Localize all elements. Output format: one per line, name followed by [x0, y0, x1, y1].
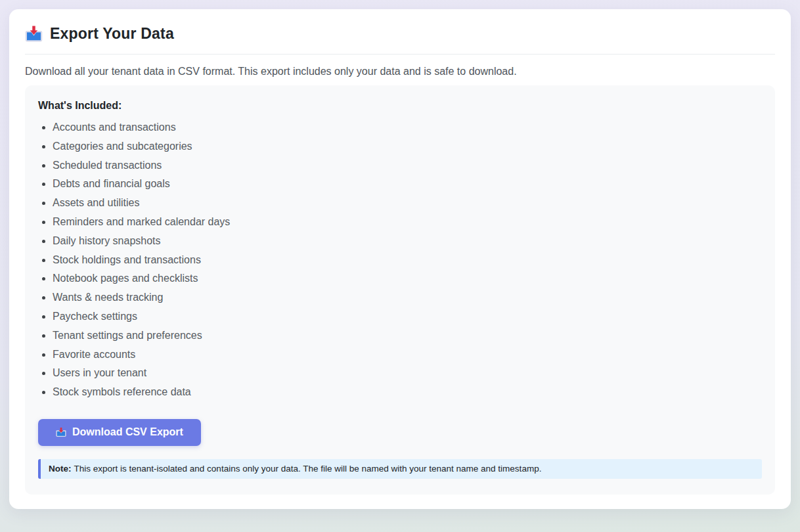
- page-title: Export Your Data: [50, 25, 174, 43]
- list-item: Debts and financial goals: [53, 175, 762, 194]
- list-item: Reminders and marked calendar days: [53, 213, 762, 232]
- list-item: Users in your tenant: [53, 364, 762, 383]
- whats-included-heading: What's Included:: [38, 100, 762, 112]
- list-item: Assets and utilities: [53, 194, 762, 213]
- included-list: Accounts and transactionsCategories and …: [38, 118, 762, 402]
- list-item: Tenant settings and preferences: [53, 326, 762, 345]
- inbox-tray-icon: [56, 427, 66, 437]
- export-data-card: Export Your Data Download all your tenan…: [9, 9, 791, 509]
- download-button-label: Download CSV Export: [72, 426, 183, 438]
- note-box: Note:This export is tenant-isolated and …: [38, 459, 762, 479]
- download-csv-button[interactable]: Download CSV Export: [38, 419, 201, 446]
- list-item: Stock symbols reference data: [53, 383, 762, 402]
- note-label: Note:: [49, 464, 72, 474]
- list-item: Favorite accounts: [53, 345, 762, 365]
- export-description: Download all your tenant data in CSV for…: [25, 66, 775, 78]
- list-item: Scheduled transactions: [53, 156, 762, 175]
- list-item: Daily history snapshots: [53, 232, 762, 251]
- whats-included-panel: What's Included: Accounts and transactio…: [25, 85, 775, 495]
- note-text: This export is tenant-isolated and conta…: [74, 464, 542, 474]
- list-item: Stock holdings and transactions: [53, 251, 762, 270]
- list-item: Categories and subcategories: [53, 137, 762, 156]
- card-header: Export Your Data: [25, 25, 775, 55]
- list-item: Accounts and transactions: [53, 118, 762, 137]
- list-item: Wants & needs tracking: [53, 288, 762, 307]
- list-item: Notebook pages and checklists: [53, 269, 762, 288]
- inbox-tray-icon: [25, 25, 43, 43]
- list-item: Paycheck settings: [53, 307, 762, 326]
